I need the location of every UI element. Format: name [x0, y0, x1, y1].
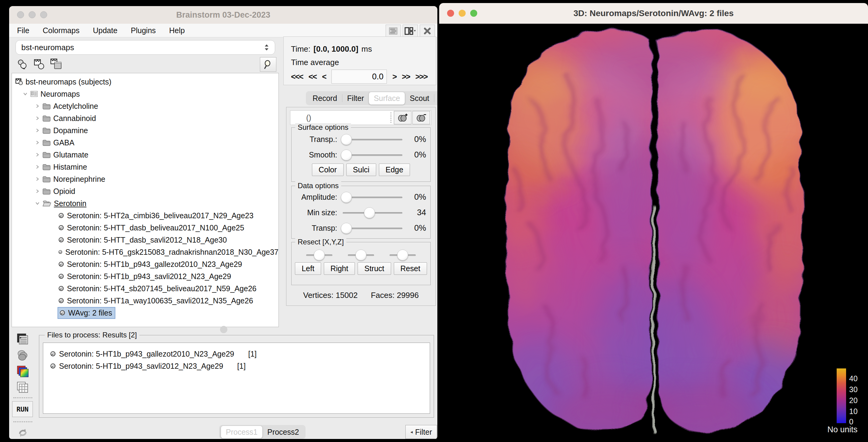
3d-viewport[interactable]: 0 10 20 30 40 No units: [439, 24, 868, 439]
time-rewind-button[interactable]: <<: [309, 72, 316, 81]
tree-file[interactable]: Serotonin: 5-HTT_dasb_beliveau2017_N100_…: [12, 222, 278, 234]
brain-surface[interactable]: [439, 24, 868, 439]
slider-thumb[interactable]: [314, 249, 325, 261]
swap-process-button[interactable]: [11, 425, 34, 439]
process-file-row[interactable]: Serotonin: 5-HT1b_p943_savli2012_N23_Age…: [43, 360, 430, 372]
menu-help[interactable]: Help: [169, 26, 185, 35]
tree-folder-glutamate[interactable]: Glutamate: [12, 149, 278, 161]
tree-file[interactable]: Serotonin: 5-HT6_gsk215083_radnakrishnan…: [12, 246, 278, 258]
run-button[interactable]: RUN: [12, 401, 33, 417]
transp-slider[interactable]: [341, 133, 404, 146]
smooth-slider[interactable]: [341, 149, 404, 161]
window-layout-list-button[interactable]: [385, 25, 401, 37]
data-transp-slider[interactable]: [341, 222, 404, 234]
add-surface-button[interactable]: [394, 111, 411, 124]
timefreq-button[interactable]: [11, 364, 34, 379]
new-study-button[interactable]: [33, 58, 46, 71]
chevron-down-icon[interactable]: [23, 92, 28, 96]
tab-record[interactable]: Record: [308, 92, 342, 105]
tab-process2[interactable]: Process2: [262, 426, 304, 438]
amplitude-slider[interactable]: [341, 191, 404, 203]
tree-file[interactable]: Serotonin: 5-HT2a_cimbi36_beliveau2017_N…: [12, 209, 278, 222]
window-layout-button[interactable]: [403, 25, 418, 37]
slider-thumb[interactable]: [397, 249, 408, 261]
matrix-button[interactable]: [11, 380, 34, 395]
slider-thumb[interactable]: [355, 249, 366, 261]
colorbar[interactable]: [837, 368, 846, 423]
chevron-right-icon[interactable]: [35, 177, 40, 181]
surface-list-row[interactable]: (): [290, 110, 431, 125]
minimize-button[interactable]: [29, 11, 36, 18]
chevron-right-icon[interactable]: [35, 116, 40, 121]
slider-thumb[interactable]: [341, 223, 352, 234]
chevron-right-icon[interactable]: [35, 165, 40, 169]
close-all-figures-button[interactable]: [420, 25, 435, 37]
resect-y-slider[interactable]: [344, 249, 378, 261]
chevron-right-icon[interactable]: [35, 104, 40, 108]
zoom-button[interactable]: [470, 10, 477, 17]
resect-x-slider[interactable]: [303, 249, 336, 261]
database-tree[interactable]: bst-neuromaps (subjects) Neuromaps: [11, 73, 279, 327]
figure-titlebar[interactable]: 3D: Neuromaps/Serotonin/WAvg: 2 files: [439, 3, 868, 24]
tree-file[interactable]: Serotonin: 5-HT4_sb207145_beliveau2017_N…: [12, 282, 278, 295]
menu-update[interactable]: Update: [93, 26, 118, 35]
tree-folder-cannabinoid[interactable]: Cannabinoid: [12, 112, 278, 124]
resect-reset-button[interactable]: Reset: [394, 262, 427, 275]
recordings-button[interactable]: [11, 332, 34, 346]
slider-thumb[interactable]: [341, 192, 352, 203]
time-forward-button[interactable]: >: [392, 72, 396, 81]
tab-scout[interactable]: Scout: [405, 92, 434, 105]
zoom-button[interactable]: [40, 11, 47, 18]
time-forward-fast-button[interactable]: >>: [402, 72, 410, 81]
tree-folder-acetylcholine[interactable]: Acetylcholine: [12, 100, 278, 112]
menu-plugins[interactable]: Plugins: [131, 26, 156, 35]
splitter-handle[interactable]: [220, 326, 227, 333]
close-button[interactable]: [17, 11, 24, 18]
tree-file-selected[interactable]: WAvg: 2 files: [12, 307, 278, 319]
minsize-slider[interactable]: [341, 207, 404, 219]
tree-file[interactable]: Serotonin: 5-HT1a_way100635_savli2012_N3…: [12, 295, 278, 307]
chevron-right-icon[interactable]: [35, 152, 40, 157]
surface-selector[interactable]: (): [306, 113, 391, 122]
process-file-row[interactable]: Serotonin: 5-HT1b_p943_gallezot2010_N23_…: [43, 348, 430, 360]
tree-folder-histamine[interactable]: Histamine: [12, 161, 278, 173]
time-back-button[interactable]: <: [322, 72, 326, 81]
sulci-button[interactable]: Sulci: [346, 164, 376, 176]
menu-file[interactable]: File: [17, 26, 29, 35]
minimize-button[interactable]: [459, 10, 466, 17]
chevron-down-icon[interactable]: [35, 201, 40, 206]
new-subject-button[interactable]: [16, 58, 29, 71]
search-database-button[interactable]: [260, 57, 276, 72]
tab-add[interactable]: +: [434, 92, 437, 105]
tree-folder-dopamine[interactable]: Dopamine: [12, 124, 278, 136]
tab-surface[interactable]: Surface: [369, 92, 405, 105]
tree-file[interactable]: Serotonin: 5-HT1b_p943_gallezot2010_N23_…: [12, 258, 278, 270]
tree-folder-serotonin[interactable]: Serotonin: [12, 197, 278, 209]
time-value-input[interactable]: [332, 70, 387, 83]
edge-button[interactable]: Edge: [379, 164, 410, 176]
time-end-button[interactable]: >>>: [415, 72, 428, 81]
window-titlebar[interactable]: Brainstorm 03-Dec-2023: [9, 6, 437, 24]
slider-thumb[interactable]: [341, 134, 352, 145]
resect-left-button[interactable]: Left: [295, 262, 321, 275]
protocol-select[interactable]: bst-neuromaps: [16, 40, 275, 55]
remove-surface-button[interactable]: [412, 111, 430, 124]
resect-right-button[interactable]: Right: [324, 262, 355, 275]
tree-subject[interactable]: Neuromaps: [12, 88, 278, 100]
menu-colormaps[interactable]: Colormaps: [42, 26, 80, 35]
slider-thumb[interactable]: [364, 207, 375, 218]
tree-folder-norepinephrine[interactable]: Norepinephrine: [12, 173, 278, 185]
slider-thumb[interactable]: [341, 149, 352, 161]
tree-root[interactable]: bst-neuromaps (subjects): [12, 76, 278, 88]
delete-button[interactable]: [50, 58, 63, 71]
close-button[interactable]: [447, 10, 454, 17]
filter-button[interactable]: ◂ Filter: [405, 425, 437, 439]
sources-button[interactable]: [11, 348, 34, 363]
chevron-right-icon[interactable]: [35, 189, 40, 194]
resect-z-slider[interactable]: [386, 249, 420, 261]
chevron-right-icon[interactable]: [35, 128, 40, 133]
tree-file[interactable]: Serotonin: 5-HT1b_p943_savli2012_N23_Age…: [12, 270, 278, 282]
tree-folder-opioid[interactable]: Opioid: [12, 185, 278, 197]
tab-process1[interactable]: Process1: [221, 426, 262, 438]
color-button[interactable]: Color: [312, 164, 344, 176]
